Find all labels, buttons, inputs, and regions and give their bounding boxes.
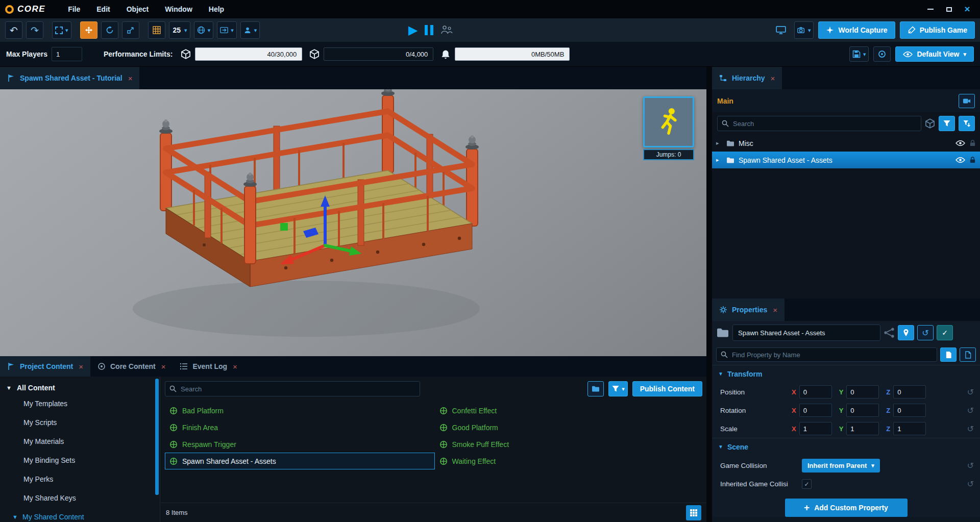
sidebar-item-my-templates[interactable]: My Templates: [0, 397, 160, 411]
rotation-y-input[interactable]: [846, 404, 879, 417]
redo-button[interactable]: ↷: [26, 21, 43, 39]
content-item-selected[interactable]: Spawn Shared Asset - Assets: [165, 453, 435, 469]
sidebar-item-all-content[interactable]: ▼ All Content: [0, 377, 160, 392]
grid-snap-button[interactable]: [148, 21, 165, 39]
reset-icon[interactable]: ↺: [967, 461, 974, 470]
copy-properties-button[interactable]: [940, 347, 957, 362]
publish-game-button[interactable]: Publish Game: [900, 21, 975, 39]
tab-core-content[interactable]: Core Content ×: [90, 356, 173, 377]
menu-file[interactable]: File: [61, 5, 87, 13]
sidebar-scrollbar[interactable]: [155, 379, 159, 495]
inherited-collision-checkbox[interactable]: ✓: [802, 479, 812, 489]
content-item[interactable]: Respawn Trigger: [165, 436, 435, 453]
hierarchy-item-misc[interactable]: ▸ Misc: [712, 135, 980, 152]
paste-properties-button[interactable]: [960, 347, 976, 362]
hierarchy-filter-button[interactable]: [939, 116, 955, 131]
position-z-input[interactable]: [893, 385, 926, 399]
section-scene[interactable]: ▼ Scene: [712, 438, 980, 456]
world-mode-dropdown[interactable]: ▾: [194, 21, 214, 39]
content-item[interactable]: Waiting Effect: [435, 453, 705, 469]
expander-collapsed-icon[interactable]: ▸: [716, 140, 722, 146]
find-property-input[interactable]: [716, 347, 937, 362]
reset-icon[interactable]: ↺: [967, 479, 974, 489]
default-view-dropdown[interactable]: Default View ▾: [895, 46, 974, 62]
player-portrait[interactable]: [643, 96, 694, 147]
close-icon[interactable]: ×: [79, 362, 83, 371]
apply-button[interactable]: ✓: [937, 325, 953, 340]
scale-y-input[interactable]: [846, 422, 879, 435]
expander-collapsed-icon[interactable]: ▸: [716, 157, 722, 163]
close-icon[interactable]: ×: [128, 74, 133, 83]
content-item[interactable]: Finish Area: [165, 419, 435, 436]
close-icon[interactable]: ×: [773, 306, 777, 314]
snap-size-dropdown[interactable]: 25 ▾: [169, 21, 190, 39]
rotate-tool-button[interactable]: [101, 21, 118, 39]
content-item[interactable]: Confetti Effect: [435, 402, 705, 419]
grid-view-button[interactable]: [686, 505, 701, 520]
hierarchy-import-button[interactable]: [959, 116, 975, 131]
pause-button[interactable]: [425, 25, 433, 35]
object-name-input[interactable]: [732, 325, 880, 341]
screen-capture-button[interactable]: [772, 21, 790, 39]
viewport-3d[interactable]: Jumps: 0: [0, 89, 706, 356]
minimize-button[interactable]: [923, 3, 938, 16]
reset-icon[interactable]: ↺: [967, 387, 974, 397]
save-dropdown[interactable]: ▾: [849, 46, 869, 62]
game-collision-dropdown[interactable]: Inherit from Parent ▾: [802, 459, 880, 473]
scene-camera-button[interactable]: [959, 94, 975, 108]
tab-event-log[interactable]: Event Log ×: [173, 356, 244, 377]
select-tool-button[interactable]: ▾: [52, 21, 71, 39]
hierarchy-item-spawn-shared-asset[interactable]: ▸ Spawn Shared Asset - Assets: [712, 152, 980, 168]
menu-window[interactable]: Window: [158, 5, 200, 13]
tab-viewport[interactable]: Spawn Shared Asset - Tutorial ×: [0, 67, 139, 89]
content-filter-dropdown[interactable]: ▾: [608, 381, 628, 396]
sidebar-item-my-materials[interactable]: My Materials: [0, 435, 160, 449]
sidebar-item-my-shared-content[interactable]: ▼ My Shared Content: [0, 510, 160, 522]
content-item[interactable]: Smoke Puff Effect: [435, 436, 705, 453]
sidebar-item-my-scripts[interactable]: My Scripts: [0, 416, 160, 430]
tab-hierarchy[interactable]: Hierarchy ×: [712, 67, 782, 89]
networked-cube-icon[interactable]: [925, 118, 935, 129]
reset-icon[interactable]: ↺: [967, 424, 974, 434]
eye-icon[interactable]: [955, 140, 965, 146]
new-folder-button[interactable]: [587, 381, 604, 396]
menu-help[interactable]: Help: [202, 5, 231, 13]
publish-content-button[interactable]: Publish Content: [632, 381, 702, 396]
network-icon[interactable]: [884, 327, 895, 338]
pin-button[interactable]: [898, 325, 914, 340]
sidebar-item-my-shared-keys[interactable]: My Shared Keys: [0, 491, 160, 505]
max-players-input[interactable]: [52, 47, 82, 61]
sidebar-item-my-binding-sets[interactable]: My Binding Sets: [0, 454, 160, 467]
close-icon[interactable]: ×: [771, 74, 775, 83]
reset-icon[interactable]: ↺: [967, 406, 974, 415]
multiplayer-preview-button[interactable]: [440, 25, 453, 35]
expander-open-icon[interactable]: ▼: [12, 510, 18, 522]
maximize-button[interactable]: [941, 3, 957, 16]
sidebar-item-my-perks[interactable]: My Perks: [0, 473, 160, 486]
section-transform[interactable]: ▼ Transform: [712, 365, 980, 383]
rotation-x-input[interactable]: [799, 404, 832, 417]
screen-mode-dropdown[interactable]: ▾: [217, 21, 237, 39]
position-y-input[interactable]: [846, 385, 879, 399]
play-button[interactable]: ▶: [408, 24, 418, 36]
lock-icon[interactable]: [969, 139, 976, 147]
camera-mode-dropdown[interactable]: ▾: [240, 21, 260, 39]
content-search-input[interactable]: [165, 381, 420, 396]
tab-properties[interactable]: Properties ×: [712, 299, 785, 321]
revert-button[interactable]: ↺: [917, 325, 934, 340]
expander-open-icon[interactable]: ▼: [6, 385, 12, 391]
tab-project-content[interactable]: Project Content ×: [0, 356, 90, 377]
focus-target-button[interactable]: [873, 46, 891, 62]
add-custom-property-button[interactable]: + Add Custom Property: [785, 499, 908, 517]
close-icon[interactable]: ×: [233, 362, 237, 371]
menu-object[interactable]: Object: [119, 5, 156, 13]
capture-settings-dropdown[interactable]: ▾: [794, 21, 814, 39]
world-capture-button[interactable]: World Capture: [818, 21, 895, 39]
content-item[interactable]: Good Platform: [435, 419, 705, 436]
scale-x-input[interactable]: [799, 422, 832, 435]
close-icon[interactable]: ×: [161, 362, 166, 371]
undo-button[interactable]: ↶: [5, 21, 22, 39]
move-tool-button[interactable]: [80, 21, 97, 39]
position-x-input[interactable]: [799, 385, 832, 399]
close-button[interactable]: ×: [960, 3, 975, 16]
